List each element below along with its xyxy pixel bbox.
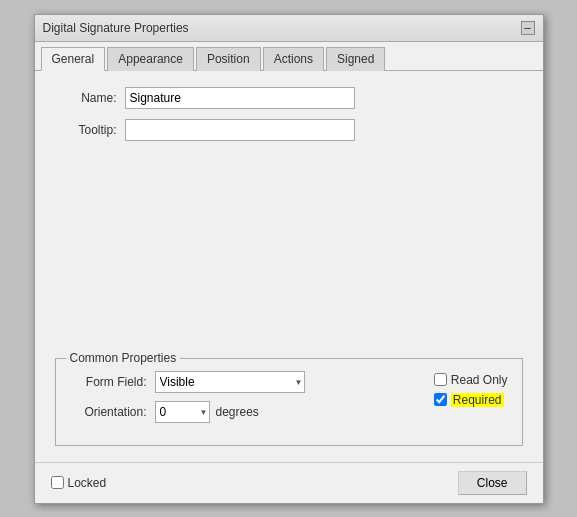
form-field-select[interactable]: Visible Hidden Visible but doesn't print… — [155, 371, 305, 393]
orientation-label: Orientation: — [70, 405, 155, 419]
props-inner: Form Field: Visible Hidden Visible but d… — [70, 371, 508, 431]
dialog: Digital Signature Properties ─ General A… — [34, 14, 544, 504]
locked-checkbox[interactable] — [51, 476, 64, 489]
props-right: Read Only Required — [434, 371, 508, 407]
degrees-label: degrees — [216, 405, 259, 419]
tab-general[interactable]: General — [41, 47, 106, 71]
tab-appearance[interactable]: Appearance — [107, 47, 194, 71]
form-field-row: Form Field: Visible Hidden Visible but d… — [70, 371, 434, 393]
name-field-row: Name: — [55, 87, 523, 109]
minimize-button[interactable]: ─ — [521, 21, 535, 35]
tabs-container: General Appearance Position Actions Sign… — [35, 42, 543, 71]
read-only-row: Read Only — [434, 373, 508, 387]
name-label: Name: — [55, 91, 125, 105]
tooltip-field-row: Tooltip: — [55, 119, 523, 141]
locked-row: Locked — [51, 476, 107, 490]
orientation-row: Orientation: 0 90 180 270 ▼ degrees — [70, 401, 434, 423]
read-only-checkbox[interactable] — [434, 373, 447, 386]
required-label: Required — [451, 393, 504, 407]
title-bar-controls: ─ — [521, 21, 535, 35]
tab-actions[interactable]: Actions — [263, 47, 324, 71]
title-bar: Digital Signature Properties ─ — [35, 15, 543, 42]
dialog-title: Digital Signature Properties — [43, 21, 189, 35]
orientation-select[interactable]: 0 90 180 270 — [155, 401, 210, 423]
locked-label: Locked — [68, 476, 107, 490]
form-field-select-wrapper: Visible Hidden Visible but doesn't print… — [155, 371, 305, 393]
read-only-label: Read Only — [451, 373, 508, 387]
close-button[interactable]: Close — [458, 471, 527, 495]
required-row: Required — [434, 393, 508, 407]
common-properties-group: Common Properties Form Field: Visible Hi… — [55, 358, 523, 446]
tab-content: Name: Tooltip: Common Properties Form Fi… — [35, 71, 543, 462]
props-left: Form Field: Visible Hidden Visible but d… — [70, 371, 434, 431]
tooltip-label: Tooltip: — [55, 123, 125, 137]
tab-signed[interactable]: Signed — [326, 47, 385, 71]
orientation-select-wrapper: 0 90 180 270 ▼ — [155, 401, 210, 423]
bottom-bar: Locked Close — [35, 462, 543, 503]
common-properties-legend: Common Properties — [66, 351, 181, 365]
tooltip-input[interactable] — [125, 119, 355, 141]
name-input[interactable] — [125, 87, 355, 109]
form-field-label: Form Field: — [70, 375, 155, 389]
tab-position[interactable]: Position — [196, 47, 261, 71]
required-checkbox[interactable] — [434, 393, 447, 406]
